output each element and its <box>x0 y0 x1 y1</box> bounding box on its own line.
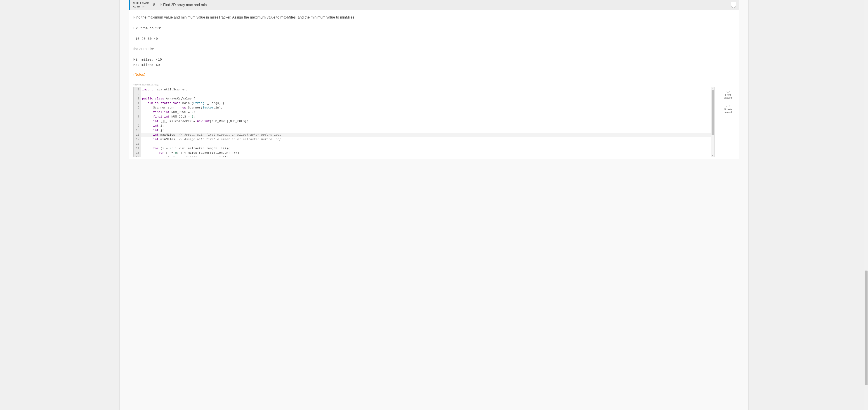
editor-scrollbar[interactable]: ▴ ▾ <box>711 87 715 157</box>
code-line[interactable]: int j; <box>142 128 715 133</box>
challenge-badge: CHALLENGE ACTIVITY <box>133 2 149 8</box>
code-line[interactable]: public static void main (String [] args)… <box>142 101 715 105</box>
watermark-id: 421458.2928218.qx3zqy7 <box>133 84 735 86</box>
line-number: 10 <box>136 128 140 133</box>
badge-line-2: ACTIVITY <box>133 5 149 8</box>
line-number: 1 <box>136 88 140 92</box>
code-line[interactable]: Scanner scnr = new Scanner(System.in); <box>142 105 715 110</box>
one-test-shield-icon <box>726 88 730 93</box>
example-input: -10 20 30 40 <box>133 36 735 42</box>
scroll-up-icon[interactable]: ▴ <box>711 87 715 90</box>
line-number-gutter: 123456789101112131415161718 <box>133 87 141 157</box>
notes-link[interactable]: (Notes) <box>133 72 145 76</box>
line-number: 11 <box>136 133 140 137</box>
problem-description: Find the maximum value and minimum value… <box>133 15 735 20</box>
editor-scroll-thumb[interactable] <box>712 90 714 135</box>
line-number: 8 <box>136 119 140 124</box>
challenge-title: 8.1.1: Find 2D array max and min. <box>153 3 208 7</box>
challenge-body: Find the maximum value and minimum value… <box>129 10 739 160</box>
all-tests-label: All tests <box>721 108 735 111</box>
line-number: 13 <box>136 142 140 146</box>
line-number: 7 <box>136 115 140 119</box>
code-line[interactable]: milesTracker[i][j] = scnr.nextInt(); <box>142 155 715 157</box>
challenge-header: CHALLENGE ACTIVITY 8.1.1: Find 2D array … <box>129 0 739 10</box>
badge-line-1: CHALLENGE <box>133 2 149 5</box>
line-number: 9 <box>136 124 140 128</box>
example-output: Min miles: -10 Max miles: 40 <box>133 57 735 68</box>
code-line[interactable]: for (j = 0; j < milesTracker[i].length; … <box>142 151 715 155</box>
line-number: 6 <box>136 110 140 115</box>
code-line[interactable]: int i; <box>142 124 715 128</box>
code-line[interactable] <box>142 142 715 146</box>
line-number: 16 <box>136 155 140 157</box>
code-editor[interactable]: 123456789101112131415161718 import java.… <box>133 87 715 157</box>
example-output-label: the output is: <box>133 46 735 52</box>
challenge-card: CHALLENGE ACTIVITY 8.1.1: Find 2D array … <box>129 0 739 160</box>
code-line[interactable]: public class ArraysKeyValue { <box>142 96 715 101</box>
code-line[interactable]: import java.util.Scanner; <box>142 88 715 92</box>
page-scroll-thumb[interactable] <box>865 271 868 385</box>
line-number: 5 <box>136 105 140 110</box>
all-tests-passed: passed <box>721 111 735 114</box>
code-line[interactable]: final int NUM_COLS = 2; <box>142 115 715 119</box>
page-container: CHALLENGE ACTIVITY 8.1.1: Find 2D array … <box>119 0 749 410</box>
line-number: 12 <box>136 137 140 142</box>
line-number: 4 <box>136 101 140 105</box>
code-content[interactable]: import java.util.Scanner;public class Ar… <box>141 87 715 157</box>
one-test-status: 1 test passed <box>721 88 735 99</box>
code-line[interactable]: for (i = 0; i < milesTracker.length; i++… <box>142 146 715 151</box>
scroll-down-icon[interactable]: ▾ <box>711 154 715 157</box>
line-number: 15 <box>136 151 140 155</box>
one-test-passed: passed <box>721 96 735 99</box>
all-tests-shield-icon <box>726 102 730 107</box>
editor-row: 123456789101112131415161718 import java.… <box>133 87 735 157</box>
line-number: 2 <box>136 92 140 96</box>
code-editor-viewport: 123456789101112131415161718 import java.… <box>133 87 715 157</box>
one-test-label: 1 test <box>721 94 735 96</box>
code-line[interactable]: int minMiles; // Assign with first eleme… <box>142 137 715 142</box>
example-input-label: Ex: If the input is: <box>133 26 735 31</box>
line-number: 3 <box>136 96 140 101</box>
code-line[interactable] <box>142 92 715 96</box>
page-scrollbar[interactable] <box>864 0 868 410</box>
code-line[interactable]: int [][] milesTracker = new int[NUM_ROWS… <box>142 119 715 124</box>
line-number: 14 <box>136 146 140 151</box>
all-tests-status: All tests passed <box>721 102 735 114</box>
test-status-panel: 1 test passed All tests passed <box>721 87 735 117</box>
completion-shield-icon <box>731 2 736 8</box>
code-line[interactable]: int maxMiles; // Assign with first eleme… <box>141 133 715 137</box>
code-line[interactable]: final int NUM_ROWS = 2; <box>142 110 715 115</box>
